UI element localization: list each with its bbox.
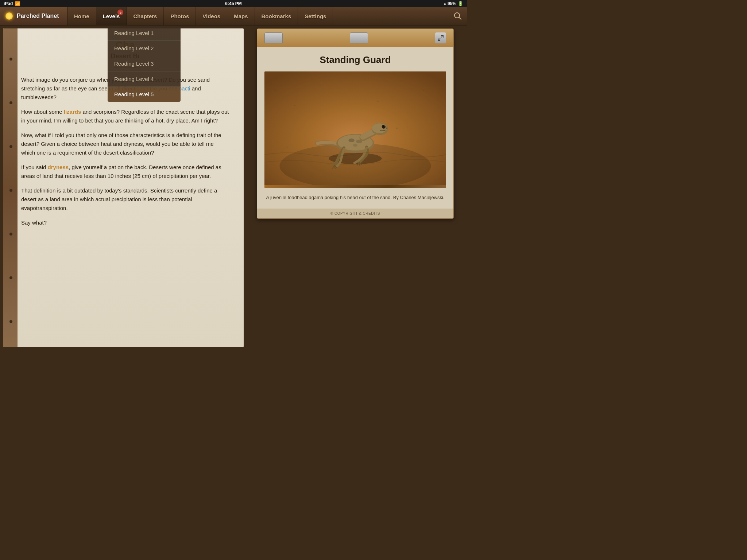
battery-percent: 95% xyxy=(448,1,456,6)
svg-point-8 xyxy=(378,101,379,102)
nav-item-videos[interactable]: Videos xyxy=(196,7,227,25)
nav-item-bookmarks[interactable]: Bookmarks xyxy=(255,7,298,25)
svg-point-21 xyxy=(372,123,387,133)
nav-item-settings[interactable]: Settings xyxy=(298,7,333,25)
spine-hole-2 xyxy=(9,101,12,104)
status-time: 6:45 PM xyxy=(225,1,241,6)
nav-item-photos[interactable]: Photos xyxy=(164,7,196,25)
card-caption: A juvenile toadhead agama poking his hea… xyxy=(264,194,446,201)
search-button[interactable] xyxy=(449,7,467,25)
paragraph-3: Now, what if I told you that only one of… xyxy=(21,131,229,157)
nav-label-chapters: Chapters xyxy=(133,13,157,19)
svg-point-24 xyxy=(384,125,385,126)
spine-hole-1 xyxy=(9,58,12,61)
dropdown-level-5[interactable]: Reading Level 5 xyxy=(108,87,181,102)
svg-point-11 xyxy=(287,147,288,148)
nav-label-videos: Videos xyxy=(202,13,220,19)
svg-point-5 xyxy=(275,90,276,91)
status-right: ⬥ 95% 🔋 xyxy=(444,1,463,6)
spine-hole-7 xyxy=(9,320,12,323)
lizard-svg xyxy=(264,71,446,185)
nav-label-bookmarks: Bookmarks xyxy=(262,13,291,19)
svg-point-6 xyxy=(294,105,295,106)
expand-button[interactable] xyxy=(435,32,446,43)
svg-point-25 xyxy=(386,128,387,129)
spine-hole-6 xyxy=(9,276,12,279)
app-title-area: Parched Planet xyxy=(0,7,67,25)
status-left: iPad 📶 xyxy=(4,1,20,6)
svg-point-12 xyxy=(430,147,431,147)
card-title: Standing Guard xyxy=(264,54,446,66)
nav-item-maps[interactable]: Maps xyxy=(227,7,255,25)
paragraph-2: How about some lizards and scorpions? Re… xyxy=(21,108,229,125)
lizards-word[interactable]: lizards xyxy=(64,109,81,115)
svg-point-17 xyxy=(348,139,355,142)
nav-item-levels[interactable]: Levels 5 xyxy=(96,7,127,25)
app-title: Parched Planet xyxy=(17,13,59,19)
nav-item-home[interactable]: Home xyxy=(67,7,96,25)
svg-point-10 xyxy=(396,128,398,129)
spine-hole-3 xyxy=(9,145,12,148)
paragraph-6: Say what? xyxy=(21,218,229,227)
spine-hole-5 xyxy=(9,233,12,236)
paragraph-5: That definition is a bit outdated by tod… xyxy=(21,186,229,213)
nav-label-photos: Photos xyxy=(170,13,189,19)
nav-bar: Parched Planet Home Levels 5 Chapters Ph… xyxy=(0,7,467,26)
dropdown-level-2[interactable]: Reading Level 2 xyxy=(108,41,181,56)
sun-logo-icon xyxy=(4,11,15,22)
bluetooth-icon: ⬥ xyxy=(444,1,446,6)
status-bar: iPad 📶 6:45 PM ⬥ 95% 🔋 xyxy=(0,0,467,7)
dropdown-level-5-label: Reading Level 5 xyxy=(114,91,154,97)
svg-point-7 xyxy=(321,82,322,83)
levels-dropdown: Reading Level 1 Reading Level 2 Reading … xyxy=(108,26,181,102)
dropdown-level-1-label: Reading Level 1 xyxy=(114,30,154,36)
nav-label-maps: Maps xyxy=(234,13,248,19)
svg-line-1 xyxy=(459,17,461,19)
dropdown-level-1[interactable]: Reading Level 1 xyxy=(108,26,181,41)
dropdown-level-4-label: Reading Level 4 xyxy=(114,76,154,82)
dropdown-level-4[interactable]: Reading Level 4 xyxy=(108,71,181,87)
svg-point-19 xyxy=(353,144,357,147)
svg-point-9 xyxy=(423,90,424,91)
photo-card-body: Standing Guard xyxy=(257,47,453,209)
dropdown-level-3-label: Reading Level 3 xyxy=(114,61,154,67)
dropdown-level-3[interactable]: Reading Level 3 xyxy=(108,56,181,71)
card-image xyxy=(264,71,446,188)
dryness-word[interactable]: dryness xyxy=(48,164,69,170)
dropdown-level-2-label: Reading Level 2 xyxy=(114,45,154,51)
spine-hole-4 xyxy=(9,189,12,192)
paragraph-4: If you said dryness, give yourself a pat… xyxy=(21,163,229,180)
cacti-link[interactable]: cacti xyxy=(179,85,190,92)
card-clip-right xyxy=(350,32,368,43)
nav-label-home: Home xyxy=(74,13,89,19)
nav-items: Home Levels 5 Chapters Photos Videos Map… xyxy=(67,7,449,25)
photo-card: Standing Guard xyxy=(257,28,454,219)
levels-badge: 5 xyxy=(117,9,123,15)
book-spine xyxy=(3,28,18,347)
device-label: iPad xyxy=(4,1,13,6)
image-panel: Standing Guard xyxy=(247,28,464,347)
main-content: Cha Desert Bi What image do you conjure … xyxy=(0,26,467,350)
photo-card-header xyxy=(257,29,453,47)
photo-card-footer: © COPYRIGHT & CREDITS xyxy=(257,209,453,218)
nav-label-levels: Levels xyxy=(103,13,120,19)
nav-label-settings: Settings xyxy=(305,13,326,19)
card-clip-left xyxy=(264,32,283,43)
wifi-icon: 📶 xyxy=(15,1,20,6)
battery-icon: 🔋 xyxy=(458,1,463,6)
nav-item-chapters[interactable]: Chapters xyxy=(127,7,164,25)
